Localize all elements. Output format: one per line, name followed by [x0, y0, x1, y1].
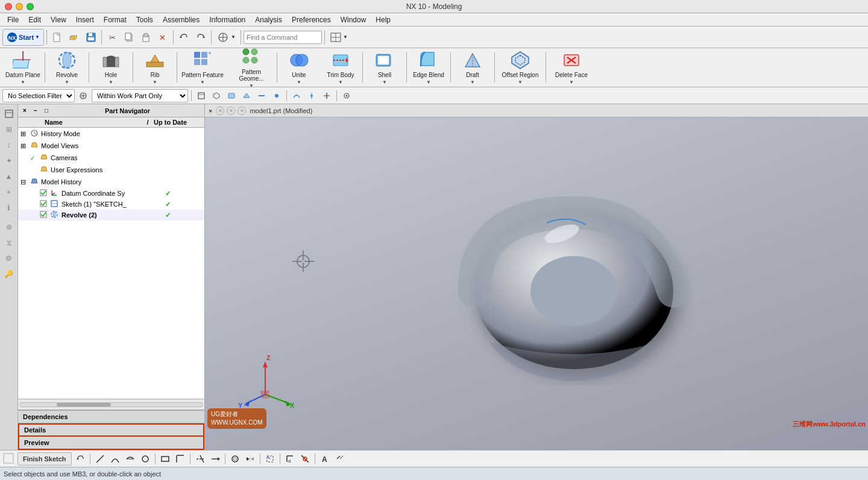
no-selection-filter-dropdown[interactable]: No Selection Filter Feature Filter Body … — [2, 89, 75, 102]
menu-preferences[interactable]: Preferences — [287, 14, 336, 25]
tree-item-model-views[interactable]: ⊞ Model Views — [18, 140, 204, 152]
maximize-button[interactable] — [27, 3, 34, 10]
viewport[interactable]: × ○ ○ ○ model1.prt (Modified) — [205, 104, 868, 450]
side-btn-10[interactable]: ⚙ — [2, 251, 16, 266]
sk-offset-btn[interactable] — [228, 452, 242, 466]
sel-all-btn[interactable] — [195, 89, 208, 102]
trim-body-button[interactable]: Trim Body ▼ — [320, 49, 361, 86]
menu-view[interactable]: View — [46, 14, 71, 25]
sk-dim-btn[interactable]: d — [283, 452, 297, 466]
menu-file[interactable]: File — [2, 14, 24, 25]
sel-point-btn[interactable] — [305, 89, 318, 102]
revolve-button[interactable]: Revolve ▼ — [46, 49, 87, 86]
sk-constrain-btn[interactable] — [298, 452, 312, 466]
vp-btn-3[interactable]: ○ — [237, 107, 246, 115]
offset-region-button[interactable]: Offset Region ▼ — [496, 49, 544, 86]
sk-trim-btn[interactable] — [193, 452, 207, 466]
sk-undo-btn[interactable] — [74, 452, 87, 466]
tree-item-cameras[interactable]: ✓ Cameras — [18, 152, 204, 164]
tree-item-datum-cs[interactable]: Datum Coordinate Sy ✓ — [18, 188, 204, 199]
vp-btn-2[interactable]: ○ — [227, 107, 235, 115]
vp-btn-1[interactable]: ○ — [216, 107, 224, 115]
minimize-button[interactable] — [16, 3, 23, 10]
unite-button[interactable]: Unite ▼ — [278, 49, 319, 86]
menu-tools[interactable]: Tools — [131, 14, 158, 25]
menu-window[interactable]: Window — [336, 14, 371, 25]
side-btn-9[interactable]: ⧖ — [2, 235, 16, 250]
sk-arc2-btn[interactable] — [124, 452, 137, 466]
display-options-button[interactable]: ▼ — [327, 29, 350, 46]
menu-edit[interactable]: Edit — [24, 14, 46, 25]
sk-extend-btn[interactable] — [209, 452, 222, 466]
copy-button[interactable] — [121, 29, 137, 46]
tree-item-history-mode[interactable]: ⊞ History Mode — [18, 128, 204, 140]
sel-curve-btn[interactable] — [290, 89, 303, 102]
hole-button[interactable]: Hole ▼ — [90, 49, 131, 86]
sel-face-btn[interactable] — [240, 89, 253, 102]
sk-circle-btn[interactable] — [139, 452, 152, 466]
nav-close-btn[interactable]: × — [20, 107, 29, 115]
side-btn-7[interactable]: ℹ — [2, 201, 16, 215]
sk-fillet-btn[interactable] — [174, 452, 187, 466]
tree-item-revolve2[interactable]: Revolve (2) ✓ — [18, 210, 204, 220]
tree-item-sketch1[interactable]: Sketch (1) "SKETCH_ ✓ — [18, 199, 204, 210]
side-btn-3[interactable]: ↕ — [2, 138, 16, 152]
sel-datum-btn[interactable] — [320, 89, 333, 102]
delete-face-button[interactable]: Delete Face ▼ — [547, 49, 596, 86]
preview-tab[interactable]: Preview — [18, 437, 204, 450]
paste-button[interactable] — [138, 29, 154, 46]
sk-text-btn[interactable]: A — [318, 452, 332, 466]
side-btn-2[interactable]: ⊞ — [2, 122, 16, 137]
tree-item-model-history[interactable]: ⊟ Model History — [18, 176, 204, 188]
rib-button[interactable]: Rib ▼ — [134, 49, 175, 86]
sk-pattern-btn[interactable] — [333, 452, 347, 466]
sel-feature-btn[interactable] — [210, 89, 223, 102]
nav-min-btn[interactable]: − — [31, 107, 40, 115]
edge-blend-button[interactable]: Edge Blend ▼ — [408, 49, 449, 86]
selection-filter-settings[interactable] — [77, 89, 90, 102]
redo-button[interactable] — [193, 29, 209, 46]
pattern-feature-button[interactable]: Pattern Feature ▼ — [178, 49, 227, 86]
tree-item-user-expressions[interactable]: User Expressions — [18, 164, 204, 176]
menu-information[interactable]: Information — [204, 14, 250, 25]
new-button[interactable] — [49, 29, 65, 46]
sk-proj-btn[interactable] — [263, 452, 277, 466]
sk-mirror-btn[interactable] — [244, 452, 257, 466]
menu-analysis[interactable]: Analysis — [250, 14, 287, 25]
nav-restore-btn[interactable]: □ — [42, 107, 51, 115]
snap-point-btn[interactable] — [340, 89, 353, 102]
datum-plane-button[interactable]: Datum Plane ▼ — [2, 49, 43, 86]
sk-arc1-btn[interactable] — [108, 452, 122, 466]
side-btn-6[interactable]: ⌖ — [2, 185, 16, 199]
find-command-input[interactable] — [244, 31, 322, 44]
start-button[interactable]: NX Start ▼ — [2, 29, 44, 46]
side-btn-1[interactable] — [2, 107, 16, 121]
side-btn-5[interactable]: ▲ — [2, 169, 16, 184]
undo-button[interactable] — [176, 29, 192, 46]
vp-close-icon[interactable]: × — [209, 107, 212, 114]
finish-sketch-button[interactable]: Finish Sketch — [17, 452, 72, 466]
open-button[interactable] — [66, 29, 82, 46]
menu-format[interactable]: Format — [99, 14, 131, 25]
sel-edge-btn[interactable] — [255, 89, 268, 102]
menu-assemblies[interactable]: Assemblies — [158, 14, 204, 25]
sel-vertex-btn[interactable] — [270, 89, 283, 102]
side-btn-4[interactable]: ✦ — [2, 154, 16, 168]
details-tab[interactable]: Details — [18, 423, 204, 437]
close-button[interactable] — [5, 3, 12, 10]
draft-button[interactable]: Draft ▼ — [452, 49, 493, 86]
within-work-part-dropdown[interactable]: Within Work Part Only Entire Assembly Wi… — [92, 89, 188, 102]
sk-line-btn[interactable] — [93, 452, 107, 466]
sk-rect-btn[interactable] — [159, 452, 172, 466]
side-btn-8[interactable]: ⊛ — [2, 220, 16, 234]
menu-insert[interactable]: Insert — [71, 14, 99, 25]
shell-button[interactable]: Shell ▼ — [364, 49, 405, 86]
menu-help[interactable]: Help — [371, 14, 395, 25]
side-btn-11[interactable]: 🔑 — [2, 267, 16, 281]
cut-button[interactable]: ✂ — [104, 29, 120, 46]
delete-button[interactable]: ✕ — [155, 29, 171, 46]
sel-body-btn[interactable] — [225, 89, 238, 102]
save-button[interactable] — [83, 29, 99, 46]
snap-button[interactable]: ▼ — [214, 29, 238, 46]
dependencies-tab[interactable]: Dependencies — [18, 410, 204, 423]
